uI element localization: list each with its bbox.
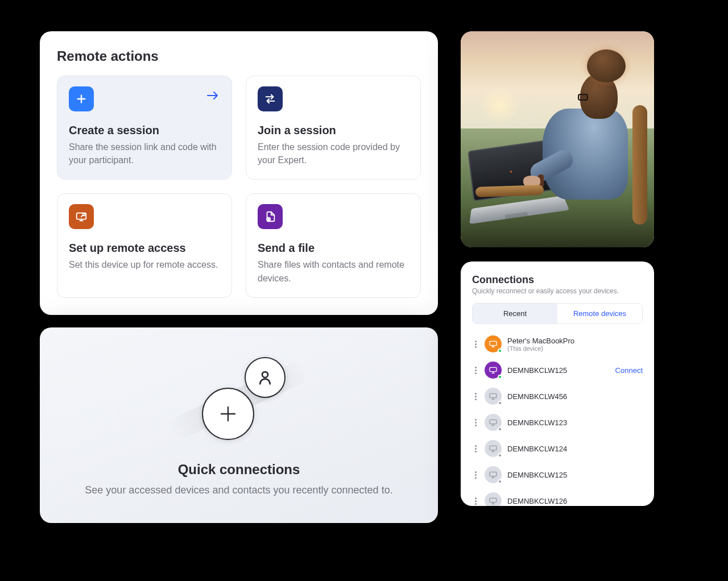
hero-photo bbox=[461, 31, 654, 247]
device-text: DEMNBKCLW126 bbox=[507, 497, 643, 505]
device-row[interactable]: DEMNBKCLW124 bbox=[472, 435, 643, 462]
device-name: Peter's MacBookPro bbox=[507, 337, 643, 345]
device-row[interactable]: DEMNBKCLW125 bbox=[472, 462, 643, 488]
quick-connections-panel: Quick connections See your accessed devi… bbox=[40, 327, 438, 523]
svg-point-3 bbox=[262, 372, 268, 377]
connections-title: Connections bbox=[472, 274, 643, 286]
status-dot bbox=[498, 427, 502, 431]
device-name: DEMNBKCLW124 bbox=[507, 445, 643, 453]
setup-remote-access-title: Set up remote access bbox=[69, 242, 220, 255]
more-icon[interactable] bbox=[472, 471, 479, 479]
more-icon[interactable] bbox=[472, 445, 479, 453]
monitor-icon bbox=[485, 362, 502, 379]
more-icon[interactable] bbox=[472, 367, 479, 374]
swap-icon bbox=[258, 86, 283, 111]
svg-rect-4 bbox=[490, 341, 497, 345]
create-session-desc: Share the session link and code with you… bbox=[69, 140, 220, 167]
tab-recent[interactable]: Recent bbox=[473, 304, 557, 323]
svg-rect-9 bbox=[490, 472, 497, 476]
more-icon[interactable] bbox=[472, 497, 479, 505]
device-row[interactable]: DEMNBKCLW125Connect bbox=[472, 357, 643, 383]
device-text: Peter's MacBookPro(This device) bbox=[507, 337, 643, 352]
create-session-title: Create a session bbox=[69, 124, 220, 137]
device-name: DEMNBKCLW123 bbox=[507, 418, 643, 427]
device-row[interactable]: DEMNBKCLW456 bbox=[472, 383, 643, 409]
monitor-icon bbox=[485, 466, 502, 483]
join-session-card[interactable]: Join a session Enter the session code pr… bbox=[246, 76, 421, 180]
file-send-icon bbox=[258, 204, 283, 229]
monitor-share-icon bbox=[69, 204, 94, 229]
connections-panel: Connections Quickly reconnect or easily … bbox=[461, 262, 654, 506]
svg-rect-6 bbox=[490, 393, 497, 397]
device-list: Peter's MacBookPro(This device) DEMNBKCL… bbox=[472, 331, 643, 506]
user-icon bbox=[245, 357, 286, 398]
device-row[interactable]: DEMNBKCLW126 bbox=[472, 488, 643, 506]
svg-point-1 bbox=[83, 214, 85, 216]
send-file-title: Send a file bbox=[258, 242, 409, 255]
arrow-right-icon bbox=[205, 90, 220, 103]
monitor-icon bbox=[485, 388, 502, 405]
plus-icon bbox=[69, 86, 94, 111]
join-session-title: Join a session bbox=[258, 124, 409, 137]
remote-actions-panel: Remote actions Create a session Share th… bbox=[40, 31, 438, 315]
device-text: DEMNBKCLW456 bbox=[507, 392, 643, 401]
device-text: DEMNBKCLW125 bbox=[507, 471, 643, 479]
status-dot bbox=[498, 401, 502, 405]
quick-connections-title: Quick connections bbox=[178, 462, 300, 478]
device-name: DEMNBKCLW125 bbox=[507, 471, 643, 479]
device-text: DEMNBKCLW124 bbox=[507, 445, 643, 453]
quick-connections-subtitle: See your accessed devices and contacts y… bbox=[85, 484, 392, 496]
status-dot bbox=[498, 453, 502, 458]
join-session-desc: Enter the session code provided by your … bbox=[258, 140, 409, 167]
status-dot bbox=[498, 348, 502, 353]
create-session-card[interactable]: Create a session Share the session link … bbox=[57, 76, 232, 180]
send-file-card[interactable]: Send a file Share files with contacts an… bbox=[246, 193, 421, 297]
svg-rect-8 bbox=[490, 446, 497, 450]
device-name: DEMNBKCLW126 bbox=[507, 497, 643, 505]
send-file-desc: Share files with contacts and remote dev… bbox=[258, 258, 409, 284]
device-row[interactable]: Peter's MacBookPro(This device) bbox=[472, 331, 643, 357]
device-text: DEMNBKCLW123 bbox=[507, 418, 643, 427]
remote-actions-title: Remote actions bbox=[57, 48, 421, 64]
status-dot bbox=[498, 505, 502, 506]
setup-remote-access-desc: Set this device up for remote access. bbox=[69, 258, 220, 271]
device-text: DEMNBKCLW125 bbox=[507, 366, 610, 375]
more-icon[interactable] bbox=[472, 419, 479, 426]
connections-subtitle: Quickly reconnect or easily access your … bbox=[472, 287, 643, 295]
status-dot bbox=[498, 375, 502, 379]
add-icon bbox=[202, 388, 254, 440]
svg-rect-5 bbox=[490, 367, 497, 371]
remote-actions-grid: Create a session Share the session link … bbox=[57, 76, 421, 298]
quick-connections-illustration bbox=[176, 355, 301, 446]
svg-rect-10 bbox=[490, 498, 497, 502]
monitor-icon bbox=[485, 440, 502, 457]
tab-remote-devices[interactable]: Remote devices bbox=[557, 304, 642, 323]
more-icon[interactable] bbox=[472, 341, 479, 348]
status-dot bbox=[498, 479, 502, 484]
device-name: DEMNBKCLW125 bbox=[507, 366, 610, 375]
connections-tabs: Recent Remote devices bbox=[472, 303, 643, 324]
device-note: (This device) bbox=[507, 345, 643, 352]
device-row[interactable]: DEMNBKCLW123 bbox=[472, 409, 643, 435]
monitor-icon bbox=[485, 414, 502, 431]
connect-button[interactable]: Connect bbox=[615, 366, 643, 375]
monitor-icon bbox=[485, 335, 502, 352]
more-icon[interactable] bbox=[472, 393, 479, 400]
monitor-icon bbox=[485, 492, 502, 506]
device-name: DEMNBKCLW456 bbox=[507, 392, 643, 401]
svg-rect-7 bbox=[490, 420, 497, 424]
setup-remote-access-card[interactable]: Set up remote access Set this device up … bbox=[57, 193, 232, 297]
